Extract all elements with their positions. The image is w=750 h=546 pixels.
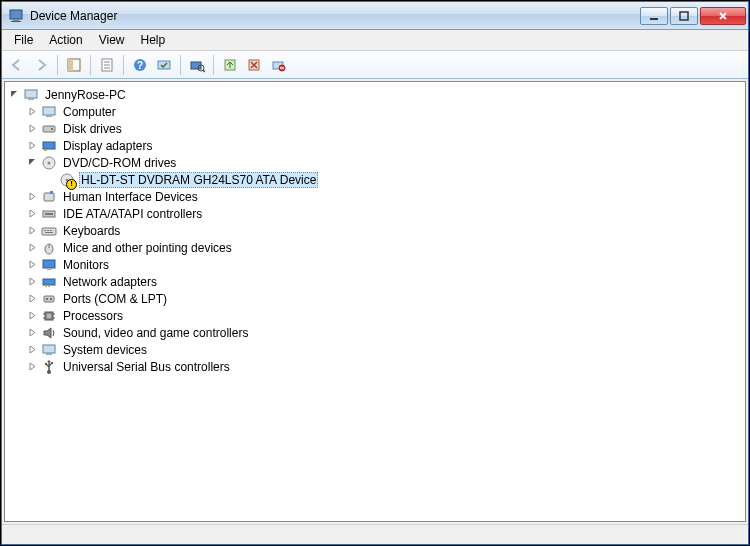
menu-action[interactable]: Action <box>41 31 90 49</box>
tree-category-display-adapters[interactable]: Display adapters <box>27 137 745 154</box>
tree-category-network[interactable]: Network adapters <box>27 273 745 290</box>
expand-icon[interactable] <box>27 243 37 253</box>
expand-icon[interactable] <box>27 345 37 355</box>
tree-category-mice[interactable]: Mice and other pointing devices <box>27 239 745 256</box>
tree-category-computer[interactable]: Computer <box>27 103 745 120</box>
device-tree-panel[interactable]: JennyRose-PC Computer Disk drives <box>4 81 746 522</box>
processor-icon <box>41 308 57 324</box>
back-button[interactable] <box>6 54 28 76</box>
action-button[interactable] <box>153 54 175 76</box>
svg-rect-39 <box>44 230 46 231</box>
expand-icon[interactable] <box>27 260 37 270</box>
menu-file[interactable]: File <box>6 31 41 49</box>
svg-rect-26 <box>43 126 55 132</box>
expand-icon[interactable] <box>27 141 37 151</box>
tree-category-usb[interactable]: Universal Serial Bus controllers <box>27 358 745 375</box>
tree-root[interactable]: JennyRose-PC <box>9 86 745 103</box>
expand-icon[interactable] <box>27 226 37 236</box>
tree-category-keyboards[interactable]: Keyboards <box>27 222 745 239</box>
tree-label: IDE ATA/ATAPI controllers <box>61 207 204 221</box>
svg-rect-50 <box>44 296 54 302</box>
menu-help[interactable]: Help <box>133 31 174 49</box>
svg-rect-25 <box>46 115 52 117</box>
close-button[interactable] <box>700 7 746 25</box>
svg-rect-22 <box>25 90 37 98</box>
tree-category-ports[interactable]: Ports (COM & LPT) <box>27 290 745 307</box>
svg-point-63 <box>45 362 47 364</box>
svg-rect-6 <box>68 59 73 71</box>
tree-label: Human Interface Devices <box>61 190 200 204</box>
minimize-button[interactable] <box>640 7 668 25</box>
tree-label: Computer <box>61 105 118 119</box>
computer-icon <box>41 104 57 120</box>
toolbar-separator <box>213 55 214 75</box>
expand-icon[interactable] <box>27 209 37 219</box>
computer-root-icon <box>23 87 39 103</box>
titlebar[interactable]: Device Manager <box>2 2 748 30</box>
tree-category-monitors[interactable]: Monitors <box>27 256 745 273</box>
uninstall-button[interactable] <box>243 54 265 76</box>
collapse-icon[interactable] <box>9 90 19 100</box>
statusbar <box>2 524 748 544</box>
expand-icon[interactable] <box>27 328 37 338</box>
update-driver-button[interactable] <box>219 54 241 76</box>
expand-icon[interactable] <box>27 277 37 287</box>
disk-drive-icon <box>41 121 57 137</box>
sound-icon <box>41 325 57 341</box>
expand-icon[interactable] <box>27 124 37 134</box>
svg-rect-24 <box>43 107 55 115</box>
tree-device-dvd[interactable]: HL-DT-ST DVDRAM GH24LS70 ATA Device <box>45 171 745 188</box>
forward-button[interactable] <box>30 54 52 76</box>
toolbar-separator <box>57 55 58 75</box>
expand-icon[interactable] <box>27 107 37 117</box>
tree-label: Mice and other pointing devices <box>61 241 234 255</box>
maximize-button[interactable] <box>670 7 698 25</box>
tree-label: Network adapters <box>61 275 159 289</box>
show-hide-tree-button[interactable] <box>63 54 85 76</box>
device-manager-window: Device Manager File Action View Help ? <box>1 1 749 545</box>
svg-rect-42 <box>45 232 53 233</box>
toolbar-separator <box>90 55 91 75</box>
properties-button[interactable] <box>96 54 118 76</box>
svg-point-27 <box>51 128 53 130</box>
toolbar-separator <box>123 55 124 75</box>
tree-category-sound[interactable]: Sound, video and game controllers <box>27 324 745 341</box>
tree-label: Processors <box>61 309 125 323</box>
svg-rect-60 <box>46 353 52 355</box>
svg-rect-59 <box>43 345 55 353</box>
tree-category-disk-drives[interactable]: Disk drives <box>27 120 745 137</box>
tree-category-dvd-cdrom[interactable]: DVD/CD-ROM drives <box>27 154 745 171</box>
scan-hardware-button[interactable] <box>186 54 208 76</box>
expander-spacer <box>45 175 55 185</box>
toolbar-separator <box>180 55 181 75</box>
tree-label: JennyRose-PC <box>43 88 128 102</box>
expand-icon[interactable] <box>27 294 37 304</box>
usb-icon <box>41 359 57 375</box>
svg-rect-3 <box>650 18 658 20</box>
expand-icon[interactable] <box>27 362 37 372</box>
collapse-icon[interactable] <box>27 158 37 168</box>
svg-point-52 <box>50 298 52 300</box>
window-title: Device Manager <box>30 9 638 23</box>
svg-rect-45 <box>43 260 55 268</box>
svg-rect-49 <box>48 285 50 287</box>
svg-rect-64 <box>51 362 53 364</box>
svg-rect-48 <box>45 285 47 287</box>
svg-rect-40 <box>47 230 49 231</box>
menu-view[interactable]: View <box>91 31 133 49</box>
network-adapter-icon <box>41 274 57 290</box>
svg-rect-1 <box>13 19 19 21</box>
expand-icon[interactable] <box>27 192 37 202</box>
help-button[interactable]: ? <box>129 54 151 76</box>
svg-point-51 <box>46 298 48 300</box>
disable-button[interactable] <box>267 54 289 76</box>
svg-text:?: ? <box>137 60 143 71</box>
tree-category-system-devices[interactable]: System devices <box>27 341 745 358</box>
svg-point-31 <box>48 161 51 164</box>
tree-category-processors[interactable]: Processors <box>27 307 745 324</box>
tree-category-hid[interactable]: Human Interface Devices <box>27 188 745 205</box>
tree-label: Keyboards <box>61 224 122 238</box>
expand-icon[interactable] <box>27 311 37 321</box>
tree-category-ide[interactable]: IDE ATA/ATAPI controllers <box>27 205 745 222</box>
svg-rect-46 <box>47 268 51 270</box>
